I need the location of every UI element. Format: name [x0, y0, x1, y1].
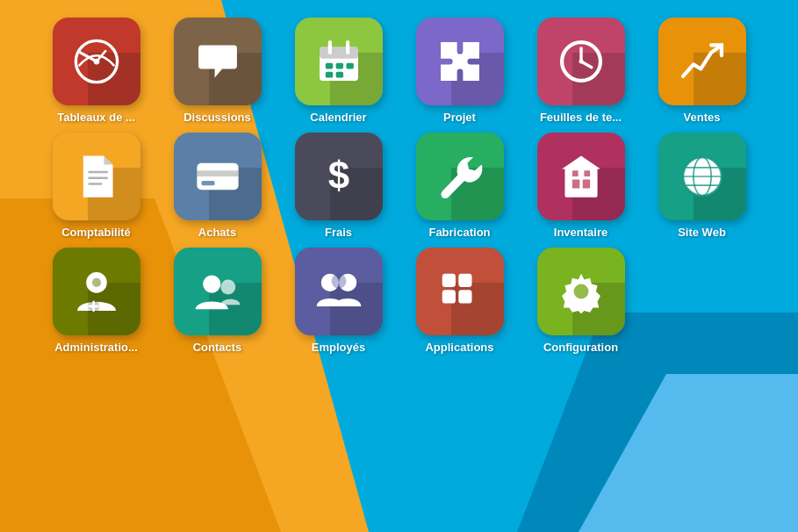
svg-rect-24 [572, 179, 579, 188]
app-icon-applications [416, 248, 504, 335]
app-item-inventaire[interactable]: Inventaire [525, 133, 637, 239]
app-label-achats: Achats [198, 226, 236, 239]
app-item-fabrication[interactable]: Fabrication [404, 133, 516, 239]
svg-point-35 [91, 278, 100, 287]
app-icon-siteweb [658, 133, 746, 220]
svg-rect-27 [584, 170, 590, 176]
app-icon-projet [416, 18, 504, 105]
app-label-configuration: Configuration [543, 341, 618, 354]
svg-rect-22 [564, 168, 597, 198]
svg-rect-44 [442, 290, 455, 303]
svg-rect-7 [335, 63, 342, 69]
app-label-siteweb: Site Web [678, 226, 726, 239]
svg-point-38 [220, 280, 235, 295]
svg-rect-8 [346, 63, 353, 69]
app-item-administration[interactable]: Administratio... [40, 248, 153, 354]
svg-rect-3 [320, 47, 358, 59]
svg-point-1 [93, 59, 99, 65]
svg-point-14 [579, 59, 583, 63]
app-item-configuration[interactable]: Configuration [525, 248, 637, 354]
app-item-employes[interactable]: Employés [283, 248, 395, 354]
app-label-contacts: Contacts [193, 341, 242, 354]
app-label-frais: Frais [325, 226, 352, 239]
app-item-achats[interactable]: Achats [162, 133, 274, 239]
app-label-comptabilite: Comptabilité [61, 226, 131, 239]
app-item-frais[interactable]: $Frais [283, 133, 395, 239]
app-label-employes: Employés [312, 341, 365, 354]
svg-marker-23 [562, 155, 600, 169]
svg-point-37 [203, 275, 220, 292]
app-icon-ventes [658, 18, 746, 105]
app-label-feuilles: Feuilles de te... [540, 111, 622, 124]
app-icon-inventaire [537, 133, 625, 220]
app-label-administration: Administratio... [54, 341, 138, 354]
app-item-comptabilite[interactable]: Comptabilité [40, 133, 153, 239]
app-icon-fabrication [416, 133, 504, 220]
app-label-fabrication: Fabrication [428, 226, 490, 239]
app-item-siteweb[interactable]: Site Web [646, 133, 758, 239]
app-icon-configuration [537, 248, 625, 335]
svg-text:$: $ [327, 154, 349, 197]
svg-rect-26 [572, 170, 578, 176]
app-grid: Tableaux de ...DiscussionsCalendrierProj… [40, 18, 758, 354]
app-item-ventes[interactable]: Ventes [646, 18, 758, 124]
app-icon-calendrier [295, 18, 383, 105]
app-label-calendrier: Calendrier [310, 111, 366, 124]
app-label-discussions: Discussions [183, 111, 251, 124]
app-item-tableaux[interactable]: Tableaux de ... [40, 18, 153, 124]
app-item-contacts[interactable]: Contacts [162, 248, 274, 354]
app-item-feuilles[interactable]: Feuilles de te... [525, 18, 637, 124]
app-item-calendrier[interactable]: Calendrier [283, 18, 395, 124]
svg-rect-43 [458, 274, 471, 287]
svg-rect-45 [458, 290, 471, 303]
app-icon-administration [53, 248, 140, 335]
app-item-discussions[interactable]: Discussions [162, 18, 274, 124]
app-icon-feuilles [537, 18, 625, 105]
svg-rect-6 [325, 63, 332, 69]
app-icon-comptabilite [53, 133, 140, 220]
app-label-ventes: Ventes [684, 111, 721, 124]
app-label-projet: Projet [443, 111, 476, 124]
app-label-inventaire: Inventaire [554, 226, 607, 239]
app-icon-employes [295, 248, 383, 335]
app-label-applications: Applications [425, 341, 493, 354]
app-label-tableaux: Tableaux de ... [57, 111, 135, 124]
svg-rect-10 [335, 72, 342, 78]
svg-rect-42 [442, 274, 455, 287]
svg-rect-9 [325, 72, 332, 78]
svg-rect-25 [582, 179, 589, 188]
svg-rect-19 [197, 170, 238, 176]
app-item-applications[interactable]: Applications [404, 248, 516, 354]
app-icon-frais: $ [295, 133, 383, 220]
app-icon-achats [174, 133, 262, 220]
svg-rect-20 [201, 181, 214, 185]
app-item-projet[interactable]: Projet [404, 18, 516, 124]
svg-point-46 [573, 284, 588, 299]
app-icon-tableaux [53, 18, 140, 105]
app-icon-discussions [174, 18, 262, 105]
svg-point-41 [331, 274, 346, 289]
app-icon-contacts [174, 248, 262, 335]
